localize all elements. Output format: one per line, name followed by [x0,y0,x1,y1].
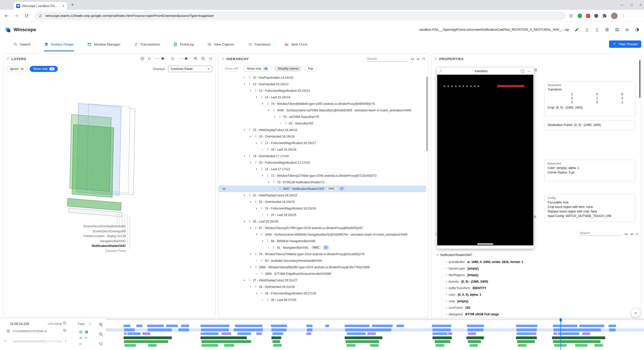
pin-icon[interactable] [248,154,253,157]
trace-segment[interactable] [436,344,444,347]
property-item[interactable]: •barrierLayer:[empty] [435,265,639,272]
trace-segment[interactable] [127,332,141,335]
trace-segment[interactable] [273,344,282,347]
zoom-in-icon[interactable] [193,56,198,61]
trace-segment[interactable] [347,332,366,335]
hierarchy-node[interactable]: ▾27 - HideDisplayCutout:26:31#27 [219,277,426,284]
hierarchy-node[interactable]: ▾29 - FullscreenMagnification:26:27#29 [219,290,426,297]
pin-icon[interactable] [266,101,271,105]
show-diff-chip[interactable]: Show diff [222,66,241,72]
pin-icon[interactable] [266,239,271,242]
trace-segment[interactable] [594,344,603,347]
new-tab-button[interactable]: + [71,2,74,8]
trace-icon-surfaceflinger[interactable]: ▤ [79,330,82,333]
layers-3d-canvas[interactable] [4,74,216,250]
drag-handle-icon[interactable]: ⠿ [439,69,442,73]
hierarchy-node[interactable]: ▾23 - OneHanded:18:23#23 [219,199,426,205]
pin-icon[interactable] [260,271,265,275]
collapse-arrow-icon[interactable]: ▾ [256,232,260,237]
zoom-out-icon[interactable] [201,56,206,61]
collapse-arrow-icon[interactable]: ▾ [244,193,248,198]
pin-icon[interactable] [266,173,271,177]
pin-icon[interactable] [248,219,253,223]
tab-protolog[interactable]: ProtoLog [173,37,194,51]
extension-icon-green[interactable] [578,14,582,18]
pin-icon[interactable] [260,258,265,262]
hierarchy-node[interactable]: ▾22 - HideDisplayCutout:18:23#22 [219,192,426,199]
tab-jank-cujs[interactable]: Jank CUJs [284,37,308,51]
hierarchy-node[interactable]: ▾75 - ed70f88 StatusBar#75 [219,114,426,120]
match-case-icon[interactable]: Aa [411,57,414,60]
hierarchy-node[interactable]: ▾3368 - WindowToken{f6b2f60 type=2024 an… [219,264,426,271]
trace-segment[interactable] [306,332,311,335]
timeline-zoom-out-icon[interactable] [99,332,103,337]
match-word-icon[interactable]: ab [630,233,633,236]
upload-icon[interactable] [595,27,599,32]
trace-icon-attachment[interactable]: ∞ [79,342,82,345]
hierarchy-node[interactable]: ▾26 - Leaf:25:25#26 [219,218,426,225]
reload-icon[interactable] [24,13,29,18]
collapse-arrow-icon[interactable]: ▾ [250,199,254,204]
rotation-slider[interactable] [154,58,168,59]
property-item[interactable]: •activeBuffer:w: 1080, h: 2400, stride: … [435,259,639,265]
edit-icon[interactable] [575,27,579,32]
layer-label[interactable]: NavigationBar0#81 [83,239,126,244]
trace-segment[interactable] [307,328,312,331]
collapse-arrow-icon[interactable]: ▾ [274,114,278,119]
hierarchy-node[interactable]: ▾13 - FullscreenMagnification:15:15#13 [219,88,426,94]
trace-segment[interactable] [435,340,450,343]
timeline-reset-zoom-icon[interactable] [99,341,103,346]
hierarchy-node[interactable]: ▾74 - WindowToken{fdddbe6 type=2000 andr… [219,101,426,107]
trace-segment[interactable] [346,344,355,347]
download-icon[interactable] [585,27,589,32]
collapse-arrow-icon[interactable]: ▾ [250,284,254,289]
trace-segment[interactable] [552,336,605,339]
trace-segment[interactable] [200,325,230,327]
hierarchy-node[interactable]: •10 - ImePlaceholder:13:14#10 [219,76,426,81]
pin-icon[interactable] [260,141,265,144]
layer-label[interactable]: NotificationShade#3447 [83,244,126,249]
timeline-cursor-handle[interactable] [560,318,562,322]
layer-label[interactable]: Common Panel [83,249,126,254]
match-word-icon[interactable]: ab [417,57,420,60]
reset-view-icon[interactable] [209,57,213,61]
trace-segment[interactable] [203,332,219,335]
hierarchy-node[interactable]: ▾21 - Leaf:17:17#21 [219,166,426,172]
trace-segment[interactable] [517,340,535,343]
timeline-cursor[interactable] [560,318,561,350]
tab-close-icon[interactable]: × [62,4,64,8]
pin-icon[interactable] [284,121,289,125]
hierarchy-node[interactable]: •80 - ace6abb SecondaryHomeHandle0#80 [219,257,426,264]
hierarchy-node[interactable]: ▾20 - FullscreenMagnification:17:17#20 [219,159,426,166]
tab-search[interactable]: Search [13,37,31,51]
pin-icon[interactable] [254,160,259,164]
hierarchy-node[interactable]: ▾3448 - Surface(name=ed70f88 StatusBar)/… [219,107,426,114]
ignore-chip[interactable]: Ignore [7,66,27,72]
scroll-right-icon[interactable]: › [65,338,66,343]
properties-root-node[interactable]: ▾ NotificationShade#3447 [435,251,639,259]
property-item[interactable]: •bounds:(0, 0) - (1080, 2400) [435,278,639,285]
hierarchy-node[interactable]: •3369 - 67726bf EdgeBackGestureHandler0#… [219,271,426,277]
trace-segment[interactable] [516,328,537,331]
trace-segment[interactable] [432,325,451,327]
collapse-arrow-icon[interactable]: ▾ [262,173,266,178]
back-icon[interactable] [4,13,9,18]
collapse-arrow-icon[interactable]: ▾ [262,239,266,244]
trace-segment[interactable] [325,325,329,327]
trace-segment[interactable] [234,328,263,331]
trace-segment[interactable] [178,328,189,331]
trace-segment[interactable] [124,336,172,339]
trace-segment[interactable] [432,332,434,335]
pin-icon[interactable] [272,180,277,184]
scrollbar-thumb[interactable] [13,340,46,342]
scrollbar-thumb[interactable] [426,77,428,151]
collapse-arrow-icon[interactable]: ▾ [244,82,248,87]
trace-segment[interactable] [553,325,577,327]
profile-avatar[interactable] [611,13,618,19]
pin-icon[interactable] [260,167,265,170]
trace-segment[interactable] [272,340,280,343]
regex-icon[interactable]: (*) [636,233,639,236]
trace-segment[interactable] [575,344,587,347]
property-item[interactable]: •color:(0, 0, 0), alpha: 1 [435,291,639,298]
timeline-scrollbar[interactable] [13,340,62,342]
